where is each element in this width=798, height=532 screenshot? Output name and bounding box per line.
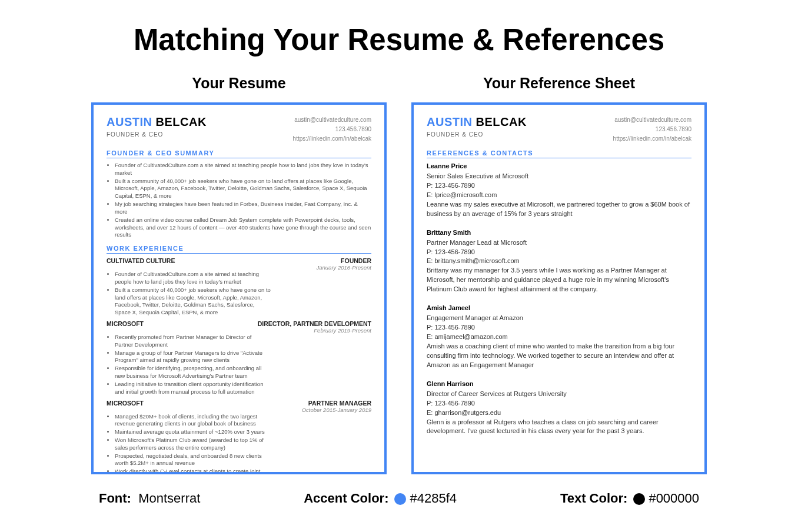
ref-name: Leanne Price: [427, 162, 691, 171]
job-role: DIRECTOR, PARTNER DEVELOPMENT: [258, 320, 371, 327]
job-company: MICROSOFT: [107, 400, 144, 413]
summary-list: Founder of CultivatedCulture.com a site …: [107, 162, 371, 239]
ref-email: E: gharrison@rutgers.edu: [427, 408, 691, 418]
jobs-section: CULTIVATED CULTUREFOUNDERJanuary 2016-Pr…: [107, 257, 371, 474]
reference-entry: Brittany SmithPartner Manager Lead at Mi…: [427, 228, 691, 295]
ref-phone: P: 123-456-7890: [427, 399, 691, 408]
ref-email: E: amijameel@amazon.com: [427, 332, 691, 342]
job-date: October 2015-January 2019: [302, 407, 371, 413]
job-bullets: Managed $20M+ book of clients, including…: [107, 413, 271, 475]
job-bullet: Won Microsoft's Platinum Club award (awa…: [115, 437, 271, 452]
ref-title: Engagement Manager at Amazon: [427, 314, 691, 323]
ref-email: E: brittany.smith@microsoft.com: [427, 257, 691, 266]
summary-item: Founder of CultivatedCulture.com a site …: [115, 162, 371, 177]
job-bullets: Founder of CultivatedCulture.com a site …: [107, 271, 271, 317]
job-company: MICROSOFT: [107, 320, 144, 334]
job-bullet: Founder of CultivatedCulture.com a site …: [115, 271, 271, 286]
style-footer: Font: Montserrat Accent Color:#4285f4 Te…: [0, 491, 798, 506]
person-title: FOUNDER & CEO: [427, 131, 527, 138]
resume-document: AUSTIN BELCAK FOUNDER & CEO austin@culti…: [91, 102, 387, 474]
reference-entry: Leanne PriceSenior Sales Executive at Mi…: [427, 162, 691, 219]
ref-email: E: lprice@microsoft.com: [427, 191, 691, 200]
job-bullet: Built a community of 40,000+ job seekers…: [115, 287, 271, 317]
ref-title: Senior Sales Executive at Microsoft: [427, 172, 691, 181]
reference-column-title: Your Reference Sheet: [411, 75, 707, 92]
job-date: January 2016-Present: [317, 264, 371, 271]
job-bullet: Responsible for identifying, prospecting…: [115, 365, 271, 380]
page-title: Matching Your Resume & References: [0, 22, 798, 57]
person-name: AUSTIN BELCAK: [427, 115, 527, 129]
ref-phone: P: 123-456-7890: [427, 248, 691, 257]
ref-name: Brittany Smith: [427, 228, 691, 238]
job-bullet: Managed $20M+ book of clients, including…: [115, 413, 271, 428]
references-list: Leanne PriceSenior Sales Executive at Mi…: [427, 162, 691, 436]
ref-name: Glenn Harrison: [427, 380, 691, 389]
job-role: PARTNER MANAGER: [302, 400, 371, 407]
ref-name: Amish Jameel: [427, 304, 691, 313]
accent-color-info: Accent Color:#4285f4: [304, 491, 457, 506]
job-company: CULTIVATED CULTURE: [107, 257, 175, 271]
references-heading: REFERENCES & CONTACTS: [427, 149, 691, 158]
job-date: February 2019-Present: [258, 327, 371, 334]
summary-item: My job searching strategies have been fe…: [115, 201, 371, 216]
ref-desc: Brittany was my manager for 3.5 years wh…: [427, 266, 691, 294]
person-title: FOUNDER & CEO: [107, 131, 207, 138]
job-bullet: Leading initiative to transition client …: [115, 381, 271, 396]
summary-item: Created an online video course called Dr…: [115, 217, 371, 239]
accent-swatch-icon: [394, 493, 406, 505]
ref-title: Partner Manager Lead at Microsoft: [427, 238, 691, 248]
ref-title: Director of Career Services at Rutgers U…: [427, 390, 691, 399]
job-bullet: Maintained average quota attainment of ~…: [115, 428, 271, 436]
text-swatch-icon: [633, 493, 645, 505]
reference-document: AUSTIN BELCAK FOUNDER & CEO austin@culti…: [411, 102, 707, 474]
ref-desc: Glenn is a professor at Rutgers who teac…: [427, 418, 691, 437]
text-color-info: Text Color:#000000: [560, 491, 699, 506]
reference-entry: Amish JameelEngagement Manager at Amazon…: [427, 304, 691, 370]
resume-column-title: Your Resume: [91, 75, 387, 92]
reference-entry: Glenn HarrisonDirector of Career Service…: [427, 380, 691, 437]
ref-phone: P: 123-456-7890: [427, 323, 691, 332]
ref-phone: P: 123-456-7890: [427, 181, 691, 191]
summary-item: Built a community of 40,000+ job seekers…: [115, 178, 371, 200]
job-bullet: Manage a group of four Partner Managers …: [115, 350, 271, 365]
contact-block: austin@cultivatedculture.com 123.456.789…: [293, 115, 371, 144]
job-bullet: Prospected, negotiated deals, and onboar…: [115, 453, 271, 468]
job-bullets: Recently promoted from Partner Manager t…: [107, 334, 271, 396]
ref-desc: Leanne was my sales executive at Microso…: [427, 200, 691, 219]
person-name: AUSTIN BELCAK: [107, 115, 207, 129]
contact-block: austin@cultivatedculture.com 123.456.789…: [613, 115, 691, 144]
ref-desc: Amish was a coaching client of mine who …: [427, 342, 691, 370]
job-bullet: Work directly with C-Level contacts at c…: [115, 468, 271, 474]
font-info: Font: Montserrat: [99, 491, 200, 506]
job-bullet: Recently promoted from Partner Manager t…: [115, 334, 271, 349]
summary-heading: FOUNDER & CEO SUMMARY: [107, 149, 371, 158]
job-role: FOUNDER: [317, 257, 371, 264]
work-heading: WORK EXPERIENCE: [107, 245, 371, 254]
